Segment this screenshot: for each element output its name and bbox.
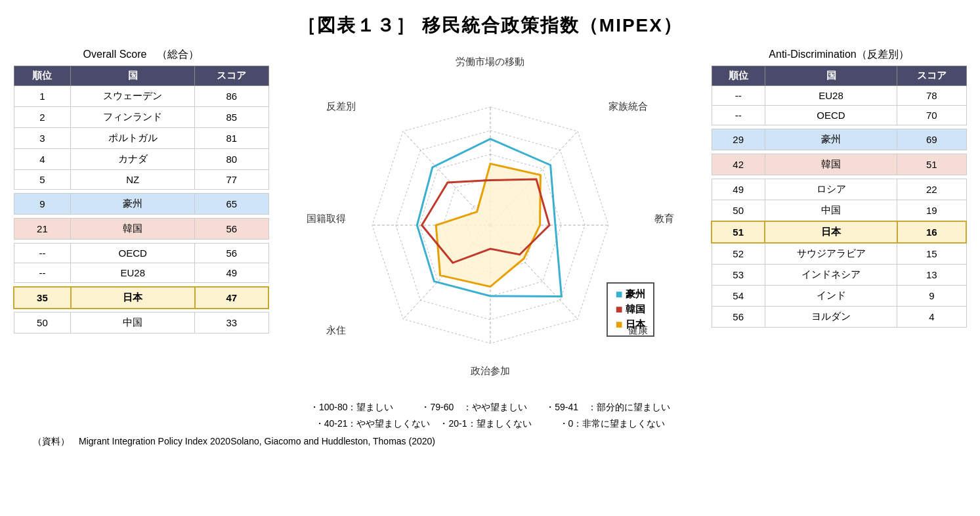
cell-rank: 49 bbox=[712, 179, 765, 200]
source-note: （資料） Migrant Integration Policy Index 20… bbox=[13, 436, 967, 448]
table-row: 50中国33 bbox=[14, 312, 268, 333]
table-row: 29豪州69 bbox=[712, 129, 966, 150]
cell-country: カナダ bbox=[71, 149, 195, 170]
cell-country: サウジアラビア bbox=[765, 243, 897, 265]
table-row: 35日本47 bbox=[14, 287, 268, 309]
cell-score: 56 bbox=[195, 219, 268, 240]
table-row: 54インド9 bbox=[712, 286, 966, 307]
table-row: 21韓国56 bbox=[14, 219, 268, 240]
cell-rank: -- bbox=[712, 106, 765, 125]
cell-rank: 29 bbox=[712, 129, 765, 150]
table-row: 51日本16 bbox=[712, 221, 966, 243]
right-section: Anti-Discrimination（反差別） 順位 国 スコア --EU28… bbox=[711, 48, 967, 328]
table-row: --EU2878 bbox=[712, 86, 966, 106]
cell-rank: 50 bbox=[712, 200, 765, 222]
cell-rank: 3 bbox=[14, 128, 71, 149]
cell-country: OECD bbox=[765, 106, 897, 125]
right-table-subtitle: Anti-Discrimination（反差別） bbox=[711, 48, 967, 62]
cell-score: 56 bbox=[195, 244, 268, 263]
cell-score: 15 bbox=[897, 243, 966, 265]
cell-country: フィンランド bbox=[71, 107, 195, 128]
legend-korea: ■ 韓国 bbox=[616, 303, 645, 316]
cell-country: スウェーデン bbox=[71, 86, 195, 107]
table-row: --OECD56 bbox=[14, 244, 268, 263]
cell-rank: -- bbox=[14, 244, 71, 263]
cell-rank: 1 bbox=[14, 86, 71, 107]
table-row: 56ヨルダン4 bbox=[712, 307, 966, 328]
cell-country: OECD bbox=[71, 244, 195, 263]
radar-chart: .axis-line { stroke: #aaa; stroke-width:… bbox=[307, 48, 674, 389]
footer-notes: ・100-80：望ましい ・79-60 ：やや望ましい ・59-41 ：部分的に… bbox=[13, 399, 967, 432]
cell-rank: 5 bbox=[14, 170, 71, 190]
cell-country: EU28 bbox=[765, 86, 897, 106]
cell-rank: 53 bbox=[712, 265, 765, 286]
cell-score: 4 bbox=[897, 307, 966, 328]
cell-rank: 35 bbox=[14, 287, 71, 309]
cell-rank: 51 bbox=[712, 221, 765, 243]
cell-country: 日本 bbox=[71, 287, 195, 309]
cell-score: 49 bbox=[195, 263, 268, 283]
legend-japan-color: ■ bbox=[616, 318, 623, 332]
cell-country: 中国 bbox=[71, 312, 195, 333]
cell-country: 日本 bbox=[765, 221, 897, 243]
table-row: 50中国19 bbox=[712, 200, 966, 222]
bottom-area: ・100-80：望ましい ・79-60 ：やや望ましい ・59-41 ：部分的に… bbox=[13, 399, 967, 448]
label-bottom-left: 永住 bbox=[326, 324, 346, 337]
cell-rank: 2 bbox=[14, 107, 71, 128]
right-col-score: スコア bbox=[897, 66, 966, 86]
cell-score: 81 bbox=[195, 128, 268, 149]
table-row: 53インドネシア13 bbox=[712, 265, 966, 286]
legend-korea-color: ■ bbox=[616, 303, 623, 316]
label-bottom: 政治参加 bbox=[471, 365, 510, 377]
cell-score: 86 bbox=[195, 86, 268, 107]
footer-note-2: ・40-21：やや望ましくない ・20-1：望ましくない ・0：非常に望ましくな… bbox=[13, 416, 967, 432]
left-col-rank: 順位 bbox=[14, 66, 71, 86]
cell-country: ポルトガル bbox=[71, 128, 195, 149]
cell-country: 中国 bbox=[765, 200, 897, 222]
cell-score: 47 bbox=[195, 287, 268, 309]
cell-rank: 21 bbox=[14, 219, 71, 240]
legend: ■ 豪州 ■ 韓国 ■ 日本 bbox=[607, 282, 654, 337]
legend-japan: ■ 日本 bbox=[616, 318, 645, 332]
legend-australia: ■ 豪州 bbox=[616, 288, 645, 301]
left-table-subtitle: Overall Score （総合） bbox=[13, 48, 269, 62]
right-score-table: 順位 国 スコア --EU2878--OECD7029豪州6942韓国5149ロ… bbox=[711, 66, 967, 328]
legend-korea-label: 韓国 bbox=[626, 303, 645, 316]
table-row: 49ロシア22 bbox=[712, 179, 966, 200]
cell-country: EU28 bbox=[71, 263, 195, 283]
label-right: 教育 bbox=[654, 213, 674, 225]
left-section: Overall Score （総合） 順位 国 スコア 1スウェーデン862フィ… bbox=[13, 48, 269, 333]
right-col-country: 国 bbox=[765, 66, 897, 86]
cell-rank: 50 bbox=[14, 312, 71, 333]
cell-rank: -- bbox=[712, 86, 765, 106]
table-row: 5NZ77 bbox=[14, 170, 268, 190]
cell-rank: 9 bbox=[14, 194, 71, 215]
legend-japan-label: 日本 bbox=[626, 318, 645, 331]
cell-country: インドネシア bbox=[765, 265, 897, 286]
cell-rank: 56 bbox=[712, 307, 765, 328]
page-title: ［図表１３］ 移民統合政策指数（MIPEX） bbox=[13, 13, 967, 38]
left-score-table: 順位 国 スコア 1スウェーデン862フィンランド853ポルトガル814カナダ8… bbox=[13, 66, 269, 333]
table-row: 4カナダ80 bbox=[14, 149, 268, 170]
legend-australia-label: 豪州 bbox=[626, 288, 645, 301]
table-row: 52サウジアラビア15 bbox=[712, 243, 966, 265]
cell-rank: 54 bbox=[712, 286, 765, 307]
cell-score: 9 bbox=[897, 286, 966, 307]
right-col-rank: 順位 bbox=[712, 66, 765, 86]
cell-rank: -- bbox=[14, 263, 71, 283]
cell-score: 77 bbox=[195, 170, 268, 190]
label-top: 労働市場の移動 bbox=[456, 56, 524, 68]
cell-score: 78 bbox=[897, 86, 966, 106]
cell-country: ロシア bbox=[765, 179, 897, 200]
table-row: 42韓国51 bbox=[712, 154, 966, 175]
left-col-score: スコア bbox=[195, 66, 268, 86]
cell-country: NZ bbox=[71, 170, 195, 190]
cell-score: 22 bbox=[897, 179, 966, 200]
label-left: 国籍取得 bbox=[307, 213, 346, 225]
table-row: 9豪州65 bbox=[14, 194, 268, 215]
cell-country: ヨルダン bbox=[765, 307, 897, 328]
legend-australia-color: ■ bbox=[616, 288, 623, 301]
cell-score: 80 bbox=[195, 149, 268, 170]
table-row: 1スウェーデン86 bbox=[14, 86, 268, 107]
table-row: 3ポルトガル81 bbox=[14, 128, 268, 149]
